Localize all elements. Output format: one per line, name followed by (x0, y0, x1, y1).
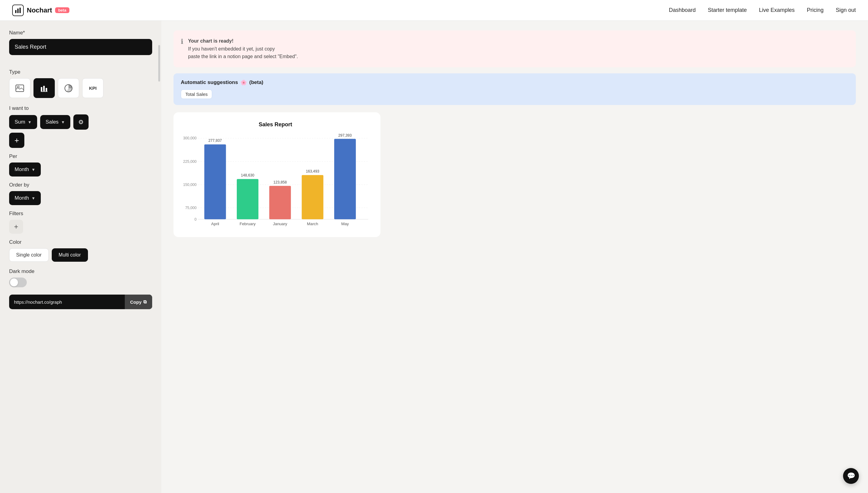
single-color-button[interactable]: Single color (9, 248, 49, 262)
alert-text: Your chart is ready! If you haven't embe… (188, 37, 298, 61)
sidebar: Name* Type (0, 21, 161, 493)
name-input[interactable] (9, 39, 152, 55)
nav-sign-out[interactable]: Sign out (836, 7, 856, 14)
content-area: ℹ Your chart is ready! If you haven't em… (161, 21, 868, 493)
svg-text:April: April (211, 221, 219, 226)
svg-text:January: January (273, 221, 287, 226)
chat-bubble[interactable]: 💬 (843, 468, 859, 484)
iwantto-row: Sum ▼ Sales ▼ ⚙ (9, 114, 152, 130)
svg-text:150,000: 150,000 (183, 182, 197, 187)
svg-text:300,000: 300,000 (183, 136, 197, 140)
nav-live-examples[interactable]: Live Examples (759, 7, 795, 14)
name-section: Name* (9, 30, 152, 62)
multi-color-button[interactable]: Multi color (52, 248, 88, 262)
svg-rect-1 (17, 8, 19, 13)
bar-january (269, 186, 291, 219)
add-filter-button[interactable]: + (9, 220, 23, 234)
suggestions-title: Automatic suggestions 🌸 (beta) (181, 80, 848, 86)
bar-chart-svg: 300,000 225,000 150,000 75,000 0 277,937 (179, 134, 371, 230)
color-buttons: Single color Multi color (9, 248, 152, 262)
chart-title: Sales Report (179, 122, 371, 128)
bar-march (302, 175, 323, 219)
dark-mode-toggle[interactable] (9, 278, 27, 287)
suggestion-tag[interactable]: Total Sales (181, 89, 212, 99)
color-section: Color Single color Multi color (9, 239, 152, 262)
svg-text:225,000: 225,000 (183, 159, 197, 164)
chart-svg-wrap: 300,000 225,000 150,000 75,000 0 277,937 (179, 134, 371, 231)
orderby-arrow-icon: ▼ (31, 196, 35, 200)
svg-rect-0 (15, 10, 17, 13)
app-name: Nochart (27, 6, 52, 14)
iwantto-section: I want to Sum ▼ Sales ▼ ⚙ + (9, 105, 152, 148)
bar-may (334, 139, 356, 219)
nav-pricing[interactable]: Pricing (807, 7, 824, 14)
scrollbar[interactable] (158, 45, 160, 82)
orderby-dropdown[interactable]: Month ▼ (9, 191, 41, 205)
svg-rect-5 (41, 87, 42, 91)
info-icon: ℹ (181, 38, 183, 46)
svg-rect-6 (43, 86, 45, 91)
add-metric-button[interactable]: + (9, 133, 24, 148)
toggle-thumb (10, 278, 18, 286)
type-buttons: KPI (9, 78, 152, 98)
per-dropdown[interactable]: Month ▼ (9, 163, 41, 176)
image-icon (16, 85, 24, 92)
dark-mode-section: Dark mode (9, 269, 152, 287)
kpi-label: KPI (89, 86, 96, 91)
chart-container: Sales Report 300,000 225,000 150,000 75,… (173, 112, 381, 237)
type-kpi-button[interactable]: KPI (82, 78, 104, 98)
orderby-section: Order by Month ▼ (9, 182, 152, 205)
filter-plus-icon: + (14, 222, 18, 231)
navbar: Nochart beta Dashboard Starter template … (0, 0, 868, 21)
bar-chart-icon (40, 85, 48, 92)
suggestions-box: Automatic suggestions 🌸 (beta) Total Sal… (173, 73, 856, 105)
per-label: Per (9, 153, 152, 159)
nav-starter-template[interactable]: Starter template (708, 7, 747, 14)
copy-button[interactable]: Copy ⧉ (125, 295, 152, 309)
filters-label: Filters (9, 211, 152, 217)
svg-text:75,000: 75,000 (186, 206, 197, 210)
url-bar: https://nochart.co/graph Copy ⧉ (9, 295, 152, 309)
bar-april (204, 144, 226, 219)
nav-links: Dashboard Starter template Live Examples… (669, 7, 856, 14)
svg-text:123,858: 123,858 (273, 180, 287, 184)
svg-text:277,937: 277,937 (209, 138, 222, 143)
type-pie-button[interactable] (58, 78, 79, 98)
copy-icon: ⧉ (143, 299, 147, 305)
per-arrow-icon: ▼ (31, 167, 35, 172)
pie-chart-icon (64, 84, 73, 92)
type-bar-button[interactable] (34, 78, 55, 98)
type-image-button[interactable] (9, 78, 30, 98)
logo-link[interactable]: Nochart beta (12, 4, 69, 16)
svg-text:February: February (240, 221, 256, 226)
filters-section: Filters + (9, 211, 152, 234)
svg-rect-2 (20, 7, 21, 13)
bar-february (237, 179, 258, 219)
main-layout: Name* Type (0, 21, 868, 493)
beta-badge: beta (55, 7, 69, 13)
svg-text:148,630: 148,630 (241, 173, 255, 177)
sum-arrow-icon: ▼ (28, 120, 31, 125)
svg-text:297,393: 297,393 (339, 134, 352, 137)
url-text: https://nochart.co/graph (9, 295, 125, 309)
dark-mode-label: Dark mode (9, 269, 152, 275)
settings-button[interactable]: ⚙ (73, 114, 89, 130)
iwantto-label: I want to (9, 105, 152, 111)
type-label: Type (9, 69, 152, 75)
sales-arrow-icon: ▼ (61, 120, 65, 125)
nav-dashboard[interactable]: Dashboard (669, 7, 696, 14)
svg-rect-7 (46, 88, 47, 91)
logo-svg (15, 7, 21, 14)
alert-box: ℹ Your chart is ready! If you haven't em… (173, 30, 856, 67)
color-label: Color (9, 239, 152, 245)
svg-text:March: March (307, 221, 318, 226)
svg-text:0: 0 (194, 217, 197, 221)
type-section: Type (9, 69, 152, 98)
gear-icon: ⚙ (78, 119, 84, 126)
sum-dropdown[interactable]: Sum ▼ (9, 115, 37, 129)
sales-dropdown[interactable]: Sales ▼ (40, 115, 70, 129)
chat-icon: 💬 (847, 472, 855, 480)
plus-icon: + (14, 136, 19, 145)
svg-text:May: May (341, 221, 349, 226)
logo-icon (12, 4, 24, 16)
